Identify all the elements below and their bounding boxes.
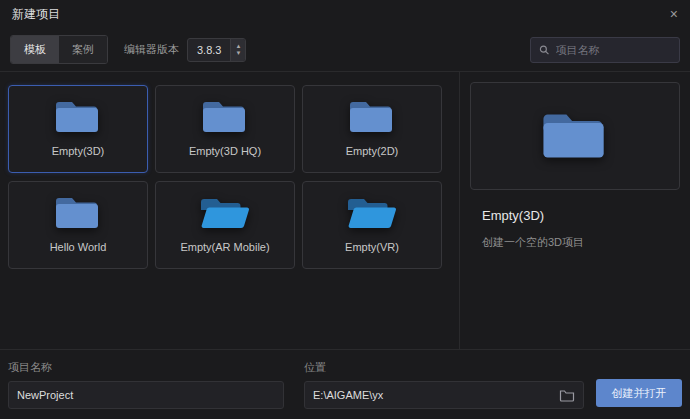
stepper-up-icon[interactable]: ▲ xyxy=(235,43,241,50)
template-grid-pane: Empty(3D) Empty(3D HQ) Empty(2D) xyxy=(0,72,460,349)
tab-examples[interactable]: 案例 xyxy=(59,36,107,63)
template-label: Empty(3D HQ) xyxy=(189,145,261,157)
detail-description: 创建一个空的3D项目 xyxy=(482,235,680,250)
template-label: Hello World xyxy=(50,241,107,253)
folder-icon xyxy=(55,99,101,135)
template-card-empty-3d[interactable]: Empty(3D) xyxy=(8,85,148,173)
version-stepper[interactable]: ▲ ▼ xyxy=(230,39,245,61)
template-label: Empty(AR Mobile) xyxy=(180,241,269,253)
template-card-empty-3d-hq[interactable]: Empty(3D HQ) xyxy=(155,85,295,173)
location-input[interactable] xyxy=(313,389,553,401)
browse-folder-icon[interactable] xyxy=(559,389,575,402)
toolbar: 模板 案例 编辑器版本 3.8.3 ▲ ▼ xyxy=(0,28,690,72)
project-name-input-box xyxy=(8,381,284,409)
search-box[interactable] xyxy=(530,37,680,63)
template-card-hello-world[interactable]: Hello World xyxy=(8,181,148,269)
detail-preview-card xyxy=(470,82,680,190)
template-label: Empty(2D) xyxy=(346,145,399,157)
location-field: 位置 xyxy=(304,360,584,409)
template-label: Empty(VR) xyxy=(345,241,399,253)
folder-icon xyxy=(349,99,395,135)
tab-templates[interactable]: 模板 xyxy=(11,36,59,63)
stepper-down-icon[interactable]: ▼ xyxy=(235,50,241,57)
search-icon xyxy=(539,44,550,56)
version-value: 3.8.3 xyxy=(188,39,230,61)
detail-title: Empty(3D) xyxy=(482,208,678,223)
folder-open-icon xyxy=(347,195,397,231)
version-dropdown[interactable]: 3.8.3 ▲ ▼ xyxy=(187,38,246,62)
editor-version-label: 编辑器版本 xyxy=(124,42,179,57)
folder-icon xyxy=(202,99,248,135)
template-card-empty-2d[interactable]: Empty(2D) xyxy=(302,85,442,173)
main-area: Empty(3D) Empty(3D HQ) Empty(2D) xyxy=(0,72,690,349)
template-grid: Empty(3D) Empty(3D HQ) Empty(2D) xyxy=(8,85,451,269)
template-card-empty-vr[interactable]: Empty(VR) xyxy=(302,181,442,269)
template-card-empty-ar-mobile[interactable]: Empty(AR Mobile) xyxy=(155,181,295,269)
project-name-label: 项目名称 xyxy=(8,360,284,375)
folder-icon xyxy=(542,110,608,162)
dialog-title: 新建项目 xyxy=(12,6,60,23)
titlebar: 新建项目 × xyxy=(0,0,690,28)
project-name-input[interactable] xyxy=(17,389,275,401)
folder-open-icon xyxy=(200,195,250,231)
folder-icon xyxy=(55,195,101,231)
close-icon[interactable]: × xyxy=(670,7,678,21)
template-detail-pane: Empty(3D) 创建一个空的3D项目 xyxy=(460,72,690,349)
footer: 项目名称 位置 创建并打开 xyxy=(0,349,690,419)
search-input[interactable] xyxy=(556,44,672,56)
template-label: Empty(3D) xyxy=(52,145,105,157)
location-label: 位置 xyxy=(304,360,584,375)
tab-group: 模板 案例 xyxy=(10,35,108,64)
create-and-open-button[interactable]: 创建并打开 xyxy=(596,379,682,407)
project-name-field: 项目名称 xyxy=(8,360,284,409)
location-input-box xyxy=(304,381,584,409)
